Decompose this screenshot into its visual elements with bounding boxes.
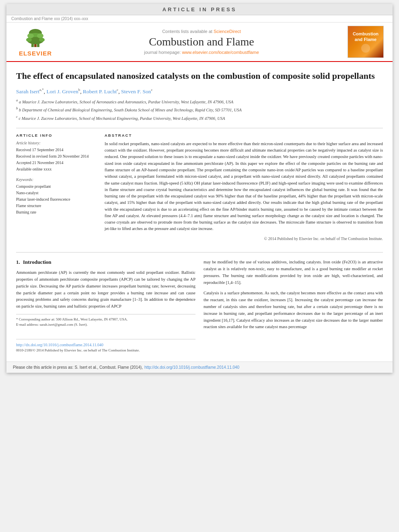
doi-journal-line: Combustion and Flame xxx (2014) xxx–xxx: [6, 15, 393, 23]
footer-cite-link[interactable]: http://dx.doi.org/10.1016/j.combustflame…: [144, 365, 239, 370]
elsevier-wordmark: ELSEVIER: [19, 50, 52, 57]
sciencedirect-anchor[interactable]: ScienceDirect: [214, 29, 241, 34]
affiliation-c: c c Maurice J. Zucrow Laboratories, Scho…: [16, 114, 383, 121]
footer-cite-bar: Please cite this article in press as: S.…: [6, 362, 393, 373]
intro-right-column: may be modified by the use of various ad…: [204, 259, 383, 353]
keyword-3: Flame structure: [16, 203, 97, 209]
info-abstract-section: ARTICLE INFO Article history: Received 1…: [16, 128, 383, 244]
affiliation-b: b b Department of Chemical and Biologica…: [16, 106, 383, 113]
intro-heading: 1. Introduction: [16, 259, 195, 265]
history-accepted: Accepted 21 November 2014: [16, 160, 97, 166]
intro-paragraph-2: may be modified by the use of various ad…: [204, 259, 383, 286]
article-info-label: ARTICLE INFO: [16, 133, 97, 138]
history-label: Article history:: [16, 141, 97, 145]
elsevier-logo-area: ELSEVIER: [11, 26, 60, 58]
keyword-1: Nano-catalyst: [16, 190, 97, 196]
svg-rect-2: [34, 44, 37, 47]
journal-cover-decoration: [361, 44, 370, 53]
doi-link: http://dx.doi.org/10.1016/j.combustflame…: [16, 342, 195, 348]
section-divider: [16, 252, 383, 253]
sciencedirect-link[interactable]: Contents lists available at ScienceDirec…: [162, 29, 241, 34]
keyword-0: Composite propellant: [16, 183, 97, 190]
abstract-label: ABSTRACT: [105, 133, 383, 138]
history-online: Available online xxxx: [16, 166, 97, 173]
svg-point-7: [37, 33, 43, 38]
article-history: Article history: Received 17 September 2…: [16, 141, 97, 173]
affiliations: a a Maurice J. Zucrow Laboratories, Scho…: [16, 98, 383, 121]
authors-line: Sarah Iserta,*, Lori J. Grovenb, Robert …: [16, 88, 383, 95]
aip-banner: ARTICLE IN PRESS: [6, 4, 393, 15]
history-revised: Received in revised form 20 November 201…: [16, 153, 97, 160]
journal-homepage: journal homepage: www.elsevier.com/locat…: [144, 50, 259, 55]
main-content: The effect of encapsulated nanosized cat…: [6, 62, 393, 362]
keyword-4: Burning rate: [16, 209, 97, 216]
abstract-column: ABSTRACT In solid rocket propellants, na…: [105, 133, 383, 244]
keywords-section: Keywords: Composite propellant Nano-cata…: [16, 177, 97, 216]
footnote-section: * Corresponding author at: 500 Allison R…: [16, 314, 195, 328]
footnote-email: E-mail address: sarah.isert@gmail.com (S…: [16, 322, 195, 328]
keywords-label: Keywords:: [16, 177, 97, 182]
introduction-section: 1. Introduction Ammonium perchlorate (AP…: [16, 259, 383, 353]
keyword-2: Planar laser-induced fluorescence: [16, 196, 97, 203]
issn-line: 0010-2180/© 2014 Published by Elsevier I…: [16, 348, 195, 353]
journal-cover-area: Combustionand Flame: [343, 26, 388, 58]
journal-title: Combustion and Flame: [149, 35, 254, 48]
journal-cover-text: Combustionand Flame: [353, 31, 378, 43]
svg-point-8: [26, 38, 32, 42]
elsevier-tree-icon: [23, 27, 47, 49]
intro-left-column: 1. Introduction Ammonium perchlorate (AP…: [16, 259, 195, 353]
footnote-corresponding: * Corresponding author at: 500 Allison R…: [16, 317, 195, 322]
article-title: The effect of encapsulated nanosized cat…: [16, 70, 383, 82]
article-info-column: ARTICLE INFO Article history: Received 1…: [16, 133, 97, 244]
intro-paragraph-3: Catalysis is a surface phenomenon. As su…: [204, 290, 383, 331]
article-page: ARTICLE IN PRESS Combustion and Flame xx…: [6, 4, 393, 373]
doi-anchor[interactable]: http://dx.doi.org/10.1016/j.combustflame…: [16, 343, 103, 347]
affiliation-a: a a Maurice J. Zucrow Laboratories, Scho…: [16, 98, 383, 105]
journal-cover-image: Combustionand Flame: [348, 26, 384, 58]
author-robert[interactable]: Robert P. Lucht: [83, 88, 117, 94]
svg-point-6: [27, 33, 34, 38]
history-received: Received 17 September 2014: [16, 147, 97, 153]
journal-header: ELSEVIER Contents lists available at Sci…: [6, 23, 393, 62]
author-steven[interactable]: Steven F. Son: [121, 88, 151, 94]
author-lori[interactable]: Lori J. Groven: [47, 88, 78, 94]
doi-footnote: http://dx.doi.org/10.1016/j.combustflame…: [16, 339, 195, 353]
copyright-line: © 2014 Published by Elsevier Inc. on beh…: [105, 236, 383, 242]
intro-paragraph-1: Ammonium perchlorate (AP) is currently t…: [16, 269, 195, 310]
journal-header-center: Contents lists available at ScienceDirec…: [60, 26, 343, 58]
elsevier-logo: ELSEVIER: [19, 27, 52, 57]
svg-point-9: [39, 38, 45, 42]
journal-homepage-link[interactable]: www.elsevier.com/locate/combustflame: [182, 50, 259, 55]
abstract-text: In solid rocket propellants, nano-sized …: [105, 141, 383, 242]
author-sarah[interactable]: Sarah Isert: [16, 88, 39, 94]
